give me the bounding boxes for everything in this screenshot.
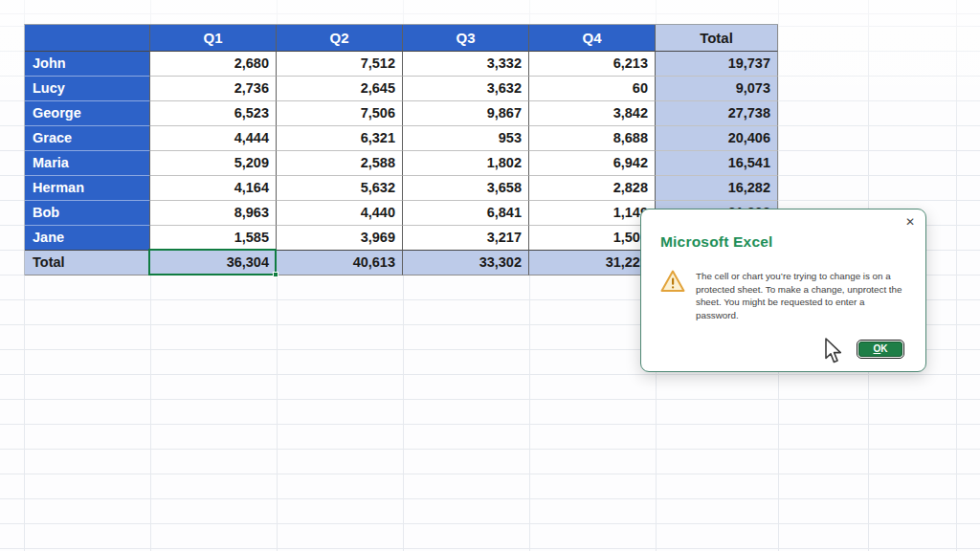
dialog-message-line: password. xyxy=(696,309,924,322)
cell-value[interactable]: 5,209 xyxy=(150,151,277,176)
cell-corner-header[interactable] xyxy=(25,25,150,52)
cell-value[interactable]: 3,842 xyxy=(529,101,656,126)
warning-icon xyxy=(659,269,686,294)
dialog-message-line: sheet. You might be requested to enter a xyxy=(696,296,924,309)
cell-value[interactable]: 1,149 xyxy=(529,201,656,226)
cell-row-total[interactable]: 27,738 xyxy=(656,101,778,126)
active-cell-selection-outline[interactable] xyxy=(148,249,277,276)
ok-button-focus-ring: OK xyxy=(857,340,904,359)
cell-row-total[interactable]: 20,406 xyxy=(656,126,778,151)
close-icon[interactable]: ✕ xyxy=(905,214,915,230)
cell-value[interactable]: 8,963 xyxy=(150,201,277,226)
cell-row-total[interactable]: 16,282 xyxy=(656,176,778,201)
cell-value[interactable]: 2,645 xyxy=(277,77,403,101)
cell-value[interactable]: 8,688 xyxy=(529,126,656,151)
cell-name-lucy[interactable]: Lucy xyxy=(25,77,150,101)
cell-name-grace[interactable]: Grace xyxy=(25,126,150,151)
gridline xyxy=(0,13,980,14)
cell-value[interactable]: 6,523 xyxy=(150,101,277,126)
cell-name-herman[interactable]: Herman xyxy=(25,176,150,201)
cell-value[interactable]: 4,444 xyxy=(150,126,277,151)
cell-value[interactable]: 2,680 xyxy=(150,52,277,77)
cell-value[interactable]: 6,942 xyxy=(529,151,656,176)
cell-value[interactable]: 6,321 xyxy=(277,126,403,151)
cell-name-john[interactable]: John xyxy=(25,52,150,77)
gridline xyxy=(0,399,980,400)
ok-button[interactable]: OK xyxy=(858,342,902,357)
cell-value[interactable]: 4,440 xyxy=(277,201,403,226)
cell-value[interactable]: 7,506 xyxy=(277,101,403,126)
gridline xyxy=(0,548,980,549)
cell-value[interactable]: 60 xyxy=(529,77,656,101)
column-header-q3[interactable]: Q3 xyxy=(403,25,529,52)
cell-column-total[interactable]: 31,229 xyxy=(529,251,656,276)
cell-row-total[interactable]: 16,541 xyxy=(656,151,778,176)
gridline xyxy=(0,523,980,524)
dialog-message-line: The cell or chart you’re trying to chang… xyxy=(696,270,924,283)
gridline xyxy=(0,374,980,375)
ok-button-label-rest: K xyxy=(880,343,887,354)
cell-value[interactable]: 2,736 xyxy=(150,77,277,101)
cell-name-jane[interactable]: Jane xyxy=(25,226,150,251)
cell-value[interactable]: 1,507 xyxy=(529,226,656,251)
cell-row-total[interactable]: 9,073 xyxy=(656,77,778,101)
cell-value[interactable]: 2,828 xyxy=(529,176,656,201)
dialog-message: The cell or chart you’re trying to chang… xyxy=(696,270,924,321)
cell-column-total[interactable]: 40,613 xyxy=(277,251,403,276)
cell-value[interactable]: 3,632 xyxy=(403,77,529,101)
cell-row-total[interactable]: 19,737 xyxy=(656,52,778,77)
cell-total-label[interactable]: Total xyxy=(25,251,150,276)
cell-name-bob[interactable]: Bob xyxy=(25,201,150,226)
column-header-q4[interactable]: Q4 xyxy=(529,25,656,52)
gridline xyxy=(0,474,980,474)
cell-name-george[interactable]: George xyxy=(25,101,150,126)
cell-value[interactable]: 4,164 xyxy=(150,176,277,201)
cell-value[interactable]: 3,969 xyxy=(277,226,403,251)
cell-name-maria[interactable]: Maria xyxy=(25,151,150,176)
cell-column-total[interactable]: 33,302 xyxy=(403,251,529,276)
cell-value[interactable]: 6,841 xyxy=(403,201,529,226)
cell-value[interactable]: 3,217 xyxy=(403,226,529,251)
column-header-total[interactable]: Total xyxy=(656,25,778,52)
fill-handle[interactable] xyxy=(273,272,278,277)
cell-value[interactable]: 1,585 xyxy=(150,226,277,251)
column-header-q1[interactable]: Q1 xyxy=(150,25,277,52)
dialog-title: Microsoft Excel xyxy=(660,233,773,251)
excel-spreadsheet-view: Q1Q2Q3Q4TotalJohn2,6807,5123,3326,21319,… xyxy=(0,0,980,551)
gridline xyxy=(0,498,980,499)
cell-value[interactable]: 6,213 xyxy=(529,52,656,77)
gridline xyxy=(956,0,957,551)
column-header-q2[interactable]: Q2 xyxy=(277,25,403,52)
cell-value[interactable]: 7,512 xyxy=(277,52,403,77)
cell-value[interactable]: 1,802 xyxy=(403,151,529,176)
cell-value[interactable]: 3,332 xyxy=(403,52,529,77)
cell-value[interactable]: 953 xyxy=(403,126,529,151)
protected-sheet-dialog: ✕ Microsoft Excel The cell or chart you’… xyxy=(640,209,926,372)
cell-value[interactable]: 2,588 xyxy=(277,151,403,176)
gridline xyxy=(0,449,980,450)
cell-value[interactable]: 5,632 xyxy=(277,176,403,201)
cell-value[interactable]: 9,867 xyxy=(403,101,529,126)
cell-value[interactable]: 3,658 xyxy=(403,176,529,201)
gridline xyxy=(0,424,980,425)
dialog-message-line: protected sheet. To make a change, unpro… xyxy=(696,283,924,297)
